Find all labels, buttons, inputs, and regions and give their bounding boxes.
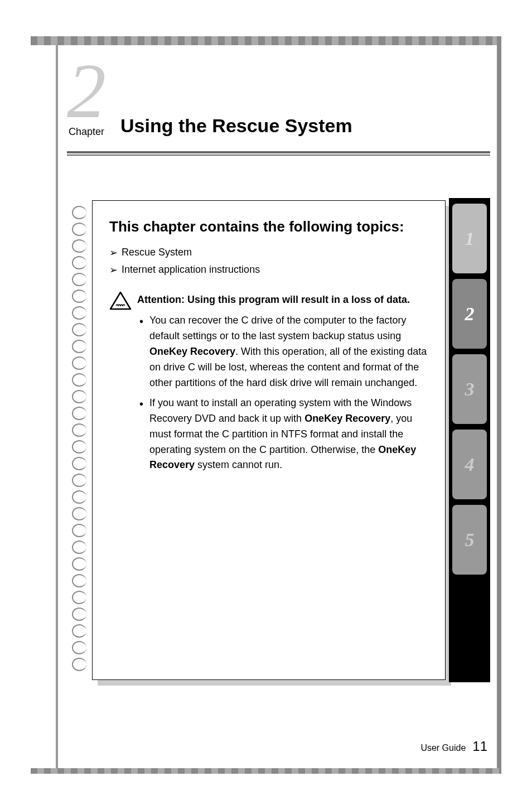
page-number: 11 [472, 739, 487, 754]
left-inner-line [56, 45, 58, 768]
chapter-number-column: 2 Chapter [67, 56, 106, 141]
bullet-text-bold: OneKey Recovery [304, 413, 390, 424]
bullet-text-pre: You can recover the C drive of the compu… [149, 315, 407, 341]
footer-label: User Guide [420, 743, 466, 753]
attention-icon [109, 291, 132, 311]
chapter-title: Using the Rescue System [117, 115, 352, 141]
bullet-text-post: system cannot run. [195, 459, 282, 470]
chapter-number: 2 [67, 56, 106, 126]
top-border-decoration [31, 36, 501, 45]
page-content: 2 Chapter Using the Rescue System This c… [67, 56, 490, 763]
section-tab-4[interactable]: 4 [452, 430, 487, 499]
section-tab-1[interactable]: 1 [452, 204, 487, 273]
chapter-header-underline [67, 153, 490, 156]
content-card: This chapter contains the following topi… [92, 200, 490, 680]
topic-item: Rescue System [109, 247, 433, 258]
topic-item: Internet application instructions [109, 264, 433, 276]
attention-block: Attention: Using this program will resul… [109, 292, 433, 473]
bullet-item: If you want to install an operating syst… [139, 396, 433, 473]
section-tabs: 1 2 3 4 5 [449, 198, 490, 682]
chapter-label: Chapter [67, 126, 106, 141]
page-footer: User Guide 11 [420, 739, 487, 754]
section-tab-3[interactable]: 3 [452, 354, 487, 424]
spiral-binding-decoration [72, 206, 89, 671]
chapter-header-block: 2 Chapter Using the Rescue System [67, 56, 490, 153]
right-border-decoration [497, 36, 501, 774]
topics-heading: This chapter contains the following topi… [109, 216, 433, 237]
card-shadow-bottom [98, 680, 451, 686]
bullet-text-bold: OneKey Recovery [149, 346, 235, 357]
section-tab-5[interactable]: 5 [452, 505, 487, 575]
attention-bullets: You can recover the C drive of the compu… [137, 313, 433, 473]
topics-box: This chapter contains the following topi… [92, 200, 446, 680]
bullet-item: You can recover the C drive of the compu… [139, 313, 433, 390]
section-tab-2[interactable]: 2 [452, 279, 487, 349]
bottom-border-decoration [31, 768, 501, 774]
attention-title: Attention: Using this program will resul… [137, 292, 433, 307]
